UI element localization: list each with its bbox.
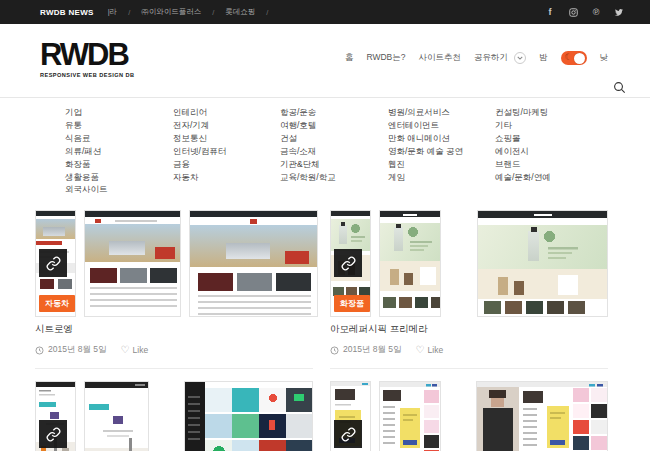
- twitter-icon[interactable]: [612, 6, 626, 18]
- news-link[interactable]: |라: [108, 7, 117, 17]
- night-mode-label: 밤: [539, 52, 548, 64]
- screenshot-tablet[interactable]: [84, 381, 149, 451]
- category-link[interactable]: 유통: [65, 119, 173, 132]
- logo-tagline: RESPONSIVE WEB DESIGN DB: [40, 72, 134, 78]
- screenshot-set: [35, 381, 313, 451]
- day-night-toggle[interactable]: ☾: [561, 51, 587, 65]
- card-title[interactable]: 아모레퍼시픽 프리메라: [330, 323, 608, 336]
- header-divider: [0, 97, 650, 98]
- like-button[interactable]: ♡ Like: [416, 345, 444, 355]
- news-link[interactable]: 롯데쇼핑: [225, 7, 255, 17]
- screenshot-mobile[interactable]: 화장품: [330, 210, 371, 317]
- category-link[interactable]: 건설: [280, 132, 388, 145]
- category-link[interactable]: 의류/패션: [65, 145, 173, 158]
- screenshot-desktop[interactable]: [189, 210, 318, 317]
- screenshot-set: 화장품: [330, 210, 608, 317]
- card-meta: 2015년 8월 5일 ♡ Like: [330, 344, 608, 356]
- chevron-down-icon[interactable]: [514, 52, 526, 64]
- news-separator: /: [212, 8, 214, 17]
- card-meta: 2015년 8월 5일 ♡ Like: [35, 344, 313, 356]
- chain-link-icon[interactable]: [334, 420, 362, 448]
- heart-icon: ♡: [416, 346, 425, 354]
- category-link[interactable]: 외국사이트: [65, 183, 173, 196]
- nav-item-home[interactable]: 홈: [345, 52, 354, 64]
- news-brand[interactable]: RWDB NEWS: [40, 8, 94, 17]
- category-link[interactable]: 여행/호텔: [280, 119, 388, 132]
- category-link[interactable]: 자동차: [173, 171, 280, 184]
- category-link[interactable]: 전자/기계: [173, 119, 280, 132]
- category-link[interactable]: 금융: [173, 158, 280, 171]
- screenshot-tablet[interactable]: [379, 381, 441, 451]
- category-column: 인테리어 전자/기계 정보통신 인터넷/컴퓨터 금융 자동차: [173, 106, 280, 196]
- facebook-icon[interactable]: f: [543, 6, 557, 18]
- category-link[interactable]: 화장품: [65, 158, 173, 171]
- screenshot-tablet[interactable]: [84, 210, 181, 317]
- clock-icon: [35, 346, 44, 355]
- category-link[interactable]: 기타: [495, 119, 551, 132]
- heart-icon: ♡: [121, 346, 130, 354]
- screenshot-desktop[interactable]: [477, 210, 608, 317]
- pinterest-icon[interactable]: ℗: [589, 6, 603, 18]
- site-card: [35, 381, 313, 451]
- nav-item-suggest[interactable]: 사이트추천: [419, 52, 462, 64]
- news-ticker: |라 / ㈜이와이드플러스 / 롯데쇼핑 /: [108, 7, 269, 17]
- category-link[interactable]: 기관&단체: [280, 158, 388, 171]
- card-divider: [35, 368, 313, 369]
- category-link[interactable]: 영화/문화 예술 공연: [388, 145, 495, 158]
- news-separator: /: [128, 8, 130, 17]
- category-link[interactable]: 웹진: [388, 158, 495, 171]
- like-label: Like: [428, 345, 444, 355]
- category-link[interactable]: 컨설팅/마케팅: [495, 106, 551, 119]
- screenshot-desktop[interactable]: [184, 381, 313, 451]
- category-grid: 기업 유통 식음료 의류/패션 화장품 생활용품 외국사이트 인테리어 전자/기…: [65, 106, 551, 196]
- category-link[interactable]: 쇼핑몰: [495, 132, 551, 145]
- card-title[interactable]: 시트로엥: [35, 323, 313, 336]
- category-link[interactable]: 병원/의료서비스: [388, 106, 495, 119]
- category-column: 기업 유통 식음료 의류/패션 화장품 생활용품 외국사이트: [65, 106, 173, 196]
- like-label: Like: [133, 345, 149, 355]
- card-divider: [330, 368, 608, 369]
- category-badge[interactable]: 자동차: [39, 295, 75, 312]
- screenshot-mobile[interactable]: [35, 381, 76, 451]
- chain-link-icon[interactable]: [334, 249, 362, 277]
- category-link[interactable]: 금속/소재: [280, 145, 388, 158]
- chain-link-icon[interactable]: [39, 249, 67, 277]
- instagram-icon[interactable]: [566, 6, 580, 18]
- category-column: 병원/의료서비스 엔터테이먼트 만화 애니메이션 영화/문화 예술 공연 웹진 …: [388, 106, 495, 196]
- screenshot-tablet[interactable]: [379, 210, 441, 317]
- card-date: 2015년 8월 5일: [343, 344, 402, 356]
- site-logo[interactable]: RWDB RESPONSIVE WEB DESIGN DB: [40, 41, 134, 78]
- screenshot-desktop[interactable]: [476, 381, 608, 451]
- social-links: f ℗: [543, 6, 626, 18]
- top-news-bar: RWDB NEWS |라 / ㈜이와이드플러스 / 롯데쇼핑 / f ℗: [0, 0, 650, 24]
- category-link[interactable]: 엔터테이먼트: [388, 119, 495, 132]
- category-link[interactable]: 식음료: [65, 132, 173, 145]
- main-nav: 홈 RWDB는? 사이트추천 공유하기 밤 ☾ 낮: [345, 51, 608, 65]
- like-button[interactable]: ♡ Like: [121, 345, 149, 355]
- chain-link-icon[interactable]: [39, 420, 67, 448]
- screenshot-mobile[interactable]: 자동차: [35, 210, 76, 317]
- category-link[interactable]: 에이전시: [495, 145, 551, 158]
- category-link[interactable]: 예술/문화/연예: [495, 171, 551, 184]
- category-link[interactable]: 기업: [65, 106, 173, 119]
- nav-item-share[interactable]: 공유하기: [474, 52, 508, 64]
- category-link[interactable]: 만화 애니메이션: [388, 132, 495, 145]
- category-link[interactable]: 항공/운송: [280, 106, 388, 119]
- category-link[interactable]: 게임: [388, 171, 495, 184]
- nav-item-about[interactable]: RWDB는?: [366, 52, 405, 64]
- category-badge[interactable]: 화장품: [334, 295, 370, 312]
- category-link[interactable]: 교육/학원/학교: [280, 171, 388, 184]
- logo-wordmark: RWDB: [40, 41, 134, 69]
- category-link[interactable]: 생활용품: [65, 171, 173, 184]
- site-card: 자동차 시트로엥 2015년 8월 5일 ♡ Like: [35, 210, 313, 369]
- screenshot-mobile[interactable]: [330, 381, 371, 451]
- category-link[interactable]: 정보통신: [173, 132, 280, 145]
- news-link[interactable]: ㈜이와이드플러스: [141, 7, 201, 17]
- category-link[interactable]: 인터넷/컴퓨터: [173, 145, 280, 158]
- clock-icon: [330, 346, 339, 355]
- news-separator: /: [266, 8, 268, 17]
- category-link[interactable]: 브랜드: [495, 158, 551, 171]
- search-icon[interactable]: [613, 80, 626, 93]
- category-link[interactable]: 인테리어: [173, 106, 280, 119]
- card-date: 2015년 8월 5일: [48, 344, 107, 356]
